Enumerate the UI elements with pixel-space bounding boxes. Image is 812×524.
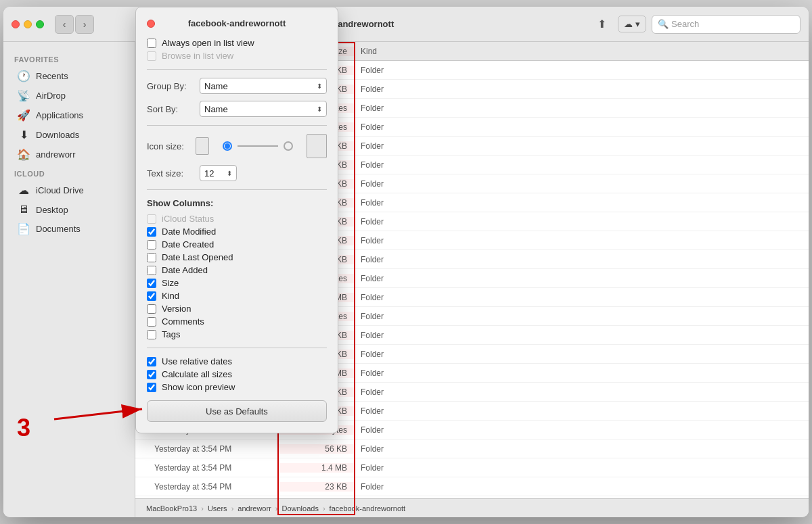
back-button[interactable]: ‹ <box>55 15 74 34</box>
col-label-date-created: Date Created <box>162 239 214 249</box>
table-row[interactable]: Yesterday at 3:54 PM 23 KB Folder <box>135 477 809 496</box>
col-checkbox-date-created[interactable] <box>147 240 156 249</box>
col-checkbox-row-date-created: Date Created <box>147 239 327 249</box>
option-row-relative-dates: Use relative dates <box>147 356 327 366</box>
sort-by-select[interactable]: Name ⬍ <box>200 101 327 117</box>
cloud-button[interactable]: ☁ ▾ <box>618 16 646 32</box>
sidebar-item-airdrop[interactable]: 📡 AirDrop <box>6 86 132 105</box>
file-kind: Folder <box>355 198 809 208</box>
favorites-label: Favorites <box>3 50 135 66</box>
use-defaults-button[interactable]: Use as Defaults <box>147 400 327 422</box>
col-checkbox-row-version: Version <box>147 304 327 314</box>
always-open-list-checkbox[interactable] <box>147 42 156 48</box>
file-kind: Folder <box>355 331 809 340</box>
file-kind: Folder <box>355 160 809 170</box>
col-label-tags: Tags <box>162 329 180 339</box>
options-list: Use relative datesCalculate all sizesSho… <box>147 356 327 392</box>
table-row[interactable]: Yesterday at 3:54 PM 1.4 MB Folder <box>135 458 809 477</box>
col-checkbox-date-modified[interactable] <box>147 227 156 237</box>
search-icon: 🔍 <box>658 19 669 29</box>
file-kind: Folder <box>355 122 809 132</box>
col-checkbox-date-added[interactable] <box>147 266 156 275</box>
file-kind: Folder <box>355 312 809 321</box>
search-bar[interactable]: 🔍 Search <box>652 15 800 34</box>
col-label-date-last-opened: Date Last Opened <box>162 252 233 262</box>
browse-list-checkbox[interactable] <box>147 51 156 61</box>
text-size-select[interactable]: 12 ⬍ <box>200 165 237 181</box>
icloud-label: iCloud <box>3 164 135 181</box>
file-kind: Folder <box>355 179 809 189</box>
breadcrumb-item[interactable]: facebook-andrewornott <box>330 504 406 513</box>
breadcrumb-item[interactable]: andreworr <box>238 504 271 513</box>
option-checkbox-icon-preview[interactable] <box>147 383 156 392</box>
option-checkbox-calculate-sizes[interactable] <box>147 370 156 379</box>
breadcrumb-item[interactable]: Downloads <box>282 504 319 513</box>
search-placeholder: Search <box>671 19 699 29</box>
option-label-calculate-sizes: Calculate all sizes <box>162 369 232 379</box>
sort-by-row: Sort By: Name ⬍ <box>147 101 327 117</box>
divider-3 <box>147 189 327 190</box>
file-kind: Folder <box>355 350 809 359</box>
option-checkbox-relative-dates[interactable] <box>147 357 156 366</box>
sidebar-item-recents[interactable]: 🕐 Recents <box>6 66 132 86</box>
sidebar-item-label: andreworr <box>36 149 76 160</box>
breadcrumb-separator: › <box>231 504 234 513</box>
file-date: Yesterday at 3:54 PM <box>149 463 277 473</box>
col-checkbox-icloud-status[interactable] <box>147 214 156 224</box>
col-checkbox-kind[interactable] <box>147 291 156 301</box>
col-checkbox-row-date-modified: Date Modified <box>147 227 327 237</box>
sidebar-item-desktop[interactable]: 🖥 Desktop <box>6 200 132 219</box>
forward-button[interactable]: › <box>75 15 94 34</box>
col-checkbox-row-date-added: Date Added <box>147 265 327 275</box>
sort-by-label: Sort By: <box>147 104 194 114</box>
col-kind-header[interactable]: Kind <box>355 47 809 56</box>
breadcrumb-item[interactable]: Users <box>208 504 227 513</box>
col-checkbox-version[interactable] <box>147 304 156 314</box>
downloads-icon: ⬇ <box>17 128 30 141</box>
close-button[interactable] <box>12 20 20 28</box>
applications-icon: 🚀 <box>17 109 30 122</box>
browse-list-row: Browse in list view <box>147 51 327 61</box>
file-kind: Folder <box>355 482 809 492</box>
breadcrumb: MacBookPro13 › Users › andreworr › Downl… <box>135 498 809 517</box>
divider-2 <box>147 125 327 126</box>
file-kind: Folder <box>355 293 809 302</box>
toolbar-actions: ⬆ ☁ ▾ 🔍 Search <box>591 14 800 35</box>
file-date: Yesterday at 3:54 PM <box>149 482 277 492</box>
airdrop-icon: 📡 <box>17 89 30 102</box>
sidebar-item-label: Applications <box>36 110 83 120</box>
sidebar-item-documents[interactable]: 📄 Documents <box>6 219 132 239</box>
option-label-icon-preview: Show icon preview <box>162 382 235 392</box>
breadcrumb-item[interactable]: MacBookPro13 <box>146 504 197 513</box>
file-kind: Folder <box>355 425 809 435</box>
file-date: Yesterday at 3:54 PM <box>149 444 277 454</box>
share-button[interactable]: ⬆ <box>591 14 612 35</box>
col-label-date-modified: Date Modified <box>162 227 216 237</box>
col-checkbox-size[interactable] <box>147 279 156 288</box>
maximize-button[interactable] <box>36 20 44 28</box>
table-row[interactable]: Yesterday at 3:54 PM 56 KB Folder <box>135 439 809 458</box>
desktop-icon: 🖥 <box>17 204 30 216</box>
icon-size-large-radio[interactable] <box>284 141 293 151</box>
sidebar-item-downloads[interactable]: ⬇ Downloads <box>6 125 132 145</box>
sidebar-item-label: Desktop <box>36 205 68 215</box>
col-checkbox-row-kind: Kind <box>147 291 327 301</box>
icon-size-small-radio[interactable] <box>223 141 232 151</box>
col-checkbox-date-last-opened[interactable] <box>147 253 156 262</box>
col-checkbox-comments[interactable] <box>147 317 156 327</box>
col-label-kind: Kind <box>162 291 179 301</box>
group-by-select[interactable]: Name ⬍ <box>200 78 327 94</box>
icon-size-label: Icon size: <box>147 141 190 151</box>
file-size: 56 KB <box>277 444 355 454</box>
group-by-row: Group By: Name ⬍ <box>147 78 327 94</box>
file-kind: Folder <box>355 236 809 245</box>
col-label-size: Size <box>162 278 179 288</box>
sidebar-item-icloud-drive[interactable]: ☁ iCloud Drive <box>6 181 132 200</box>
sidebar-item-applications[interactable]: 🚀 Applications <box>6 105 132 125</box>
minimize-button[interactable] <box>24 20 32 28</box>
group-by-arrow-icon: ⬍ <box>317 82 322 90</box>
file-kind: Folder <box>355 368 809 378</box>
col-checkbox-tags[interactable] <box>147 330 156 339</box>
traffic-lights <box>12 20 44 28</box>
sidebar-item-andreworr[interactable]: 🏠 andreworr <box>6 145 132 164</box>
